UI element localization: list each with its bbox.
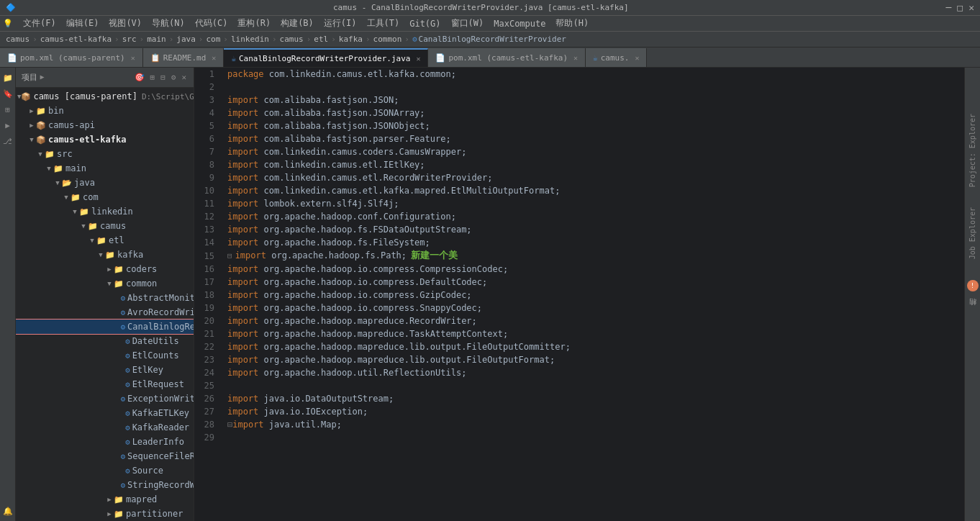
breadcrumb-kafka[interactable]: kafka [339,35,363,44]
line-content-15[interactable]: ⊟import org.apache.hadoop.fs.Path;新建一个美 [223,249,964,263]
notification-badge[interactable]: ! [967,280,979,291]
breadcrumb-etl[interactable]: etl [314,35,328,44]
tab-readme[interactable]: 📋 README.md ✕ [143,48,224,67]
tree-kafka[interactable]: ▼ 📁 kafka [16,248,194,262]
line-content-21[interactable]: import org.apache.hadoop.mapreduce.TaskA… [223,327,964,340]
menu-window[interactable]: 窗口(W) [447,16,489,31]
project-tree[interactable]: ▼ 📦 camus [camus-parent] D:\Script\GitHu… [16,88,194,521]
line-content-19[interactable]: import org.apache.hadoop.io.compress.Sna… [223,302,964,314]
tree-camus-inner[interactable]: ▼ 📁 camus [16,219,194,233]
menu-refactor[interactable]: 重构(R) [233,16,275,31]
tree-root[interactable]: ▼ 📦 camus [camus-parent] D:\Script\GitHu… [16,89,194,104]
panel-header-right[interactable]: 🎯 ⊞ ⊟ ⚙ ✕ [133,71,189,83]
tree-avro[interactable]: ▶ ⚙ AvroRecordWriterProvider [16,305,194,320]
tree-linkedin[interactable]: ▼ 📁 linkedin [16,204,194,219]
tree-etlrequest[interactable]: ▶ ⚙ EtlRequest [16,377,194,391]
left-icon-git[interactable]: ⎇ [1,134,15,148]
menu-view[interactable]: 视图(V) [104,16,146,31]
line-content-6[interactable]: import com.alibaba.fastjson.parser.Featu… [223,132,964,145]
tab-close-camus[interactable]: ✕ [635,54,639,62]
tree-java[interactable]: ▼ 📂 java [16,176,194,190]
minimize-button[interactable]: ─ [946,2,952,13]
breadcrumb-linkedin[interactable]: linkedin [231,35,269,44]
left-icon-run[interactable]: ▶ [1,118,15,132]
tree-camus-etl-kafka[interactable]: ▼ 📦 camus-etl-kafka [16,132,194,147]
tree-etlkey[interactable]: ▶ ⚙ EtlKey [16,363,194,377]
panel-expand-all-icon[interactable]: ⊞ [149,71,157,83]
tab-close-canal[interactable]: ✕ [416,55,420,63]
line-content-7[interactable]: import com.linkedin.camus.coders.CamusWr… [223,145,964,158]
menu-code[interactable]: 代码(C) [191,16,232,31]
line-content-3[interactable]: import com.alibaba.fastjson.JSON; [223,94,964,107]
menu-git[interactable]: Git(G) [405,17,445,30]
line-content-9[interactable]: import com.linkedin.camus.etl.RecordWrit… [223,171,964,184]
tab-close-pom-etl[interactable]: ✕ [573,54,578,62]
tree-abstract[interactable]: ▶ ⚙ AbstractMonitoringEvent [16,291,194,305]
tree-string[interactable]: ▶ ⚙ StringRecordWriterProvider [16,478,194,492]
right-structure[interactable]: 结构 [966,309,979,314]
right-project-explorer[interactable]: Project: Explorer [967,111,978,190]
tree-etl[interactable]: ▼ 📁 etl [16,233,194,248]
line-content-14[interactable]: import org.apache.hadoop.fs.FileSystem; [223,236,964,249]
line-content-26[interactable]: import java.io.DataOutputStream; [223,392,964,405]
left-icon-structure[interactable]: ⊞ [1,102,15,117]
line-content-24[interactable]: import org.apache.hadoop.util.Reflection… [223,366,964,379]
menu-build[interactable]: 构建(B) [276,16,318,31]
tree-leaderinfo[interactable]: ▶ ⚙ LeaderInfo [16,435,194,449]
tab-canal-active[interactable]: ☕ CanalBinlogRecordWriterProvider.java ✕ [224,48,428,67]
tree-partitioner[interactable]: ▶ 📁 partitioner [16,507,194,521]
tab-close-pom-parent[interactable]: ✕ [131,54,135,62]
line-content-25[interactable] [223,379,964,392]
code-editor[interactable]: 1 package com.linkedin.camus.etl.kafka.c… [194,68,964,521]
line-content-17[interactable]: import org.apache.hadoop.io.compress.Def… [223,276,964,289]
window-controls[interactable]: ─ □ ✕ [946,2,974,13]
tree-camus-api[interactable]: ▶ 📦 camus-api [16,118,194,132]
breadcrumb-app[interactable]: camus [6,35,30,44]
breadcrumb-common[interactable]: common [373,35,402,44]
breadcrumb-classname[interactable]: CanalBinlogRecordWriterProvider [419,35,566,44]
left-icon-bookmark[interactable]: 🔖 [1,86,15,101]
tree-sequence[interactable]: ▶ ⚙ SequenceFileRecordWriterProvider [16,449,194,463]
menu-edit[interactable]: 编辑(E) [62,16,104,31]
line-content-27[interactable]: import java.io.IOException; [223,405,964,418]
line-content-18[interactable]: import org.apache.hadoop.io.compress.Gzi… [223,289,964,302]
line-content-8[interactable]: import com.linkedin.camus.etl.IEtlKey; [223,158,964,171]
breadcrumb-src[interactable]: src [122,35,137,44]
tab-camus[interactable]: ☕ camus. ✕ [586,48,647,67]
line-content-16[interactable]: import org.apache.hadoop.io.compress.Com… [223,263,964,276]
breadcrumb-java[interactable]: java [176,35,196,44]
panel-settings-icon[interactable]: ⚙ [170,71,178,83]
line-content-4[interactable]: import com.alibaba.fastjson.JSONArray; [223,107,964,119]
tree-src[interactable]: ▼ 📁 src [16,147,194,161]
breadcrumb-com[interactable]: com [206,35,220,44]
menu-maxcompute[interactable]: MaxCompute [489,17,550,30]
menu-run[interactable]: 运行(I) [319,16,361,31]
line-content-11[interactable]: import lombok.extern.slf4j.Slf4j; [223,197,964,210]
tree-kafkaetl[interactable]: ▶ ⚙ KafkaETLKey [16,406,194,420]
panel-localize-icon[interactable]: 🎯 [133,71,146,83]
menu-help[interactable]: 帮助(H) [551,16,593,31]
tree-bin[interactable]: ▶ 📁 bin [16,104,194,118]
right-job-explorer[interactable]: Job Explorer [967,204,978,262]
tree-main[interactable]: ▼ 📁 main [16,161,194,176]
tree-mapred[interactable]: ▶ 📁 mapred [16,492,194,507]
tab-pom-etl[interactable]: 📄 pom.xml (camus-etl-kafka) ✕ [428,48,586,67]
tree-source[interactable]: ▶ ⚙ Source [16,463,194,478]
line-content-5[interactable]: import com.alibaba.fastjson.JSONObject; [223,119,964,132]
tree-common[interactable]: ▼ 📁 common [16,276,194,291]
panel-collapse-all-icon[interactable]: ⊟ [159,71,167,83]
menu-tools[interactable]: 工具(T) [363,16,404,31]
line-content-20[interactable]: import org.apache.hadoop.mapreduce.Recor… [223,314,964,327]
line-content-28[interactable]: ⊟import java.util.Map; [223,418,964,431]
tree-canal-selected[interactable]: ▶ ⚙ CanalBinlogRecordWriterProvider [16,320,194,334]
line-content-13[interactable]: import org.apache.hadoop.fs.FSDataOutput… [223,223,964,236]
tab-pom-parent[interactable]: 📄 pom.xml (camus-parent) ✕ [0,48,143,67]
line-content-29[interactable] [223,431,964,444]
panel-close-icon[interactable]: ✕ [180,71,188,83]
close-button[interactable]: ✕ [968,2,974,13]
tree-kafkareader[interactable]: ▶ ⚙ KafkaReader [16,420,194,435]
tree-etlcounts[interactable]: ▶ ⚙ EtlCounts [16,348,194,363]
maximize-button[interactable]: □ [957,2,963,13]
menu-navigate[interactable]: 导航(N) [148,16,189,31]
line-content-10[interactable]: import com.linkedin.camus.etl.kafka.mapr… [223,184,964,197]
